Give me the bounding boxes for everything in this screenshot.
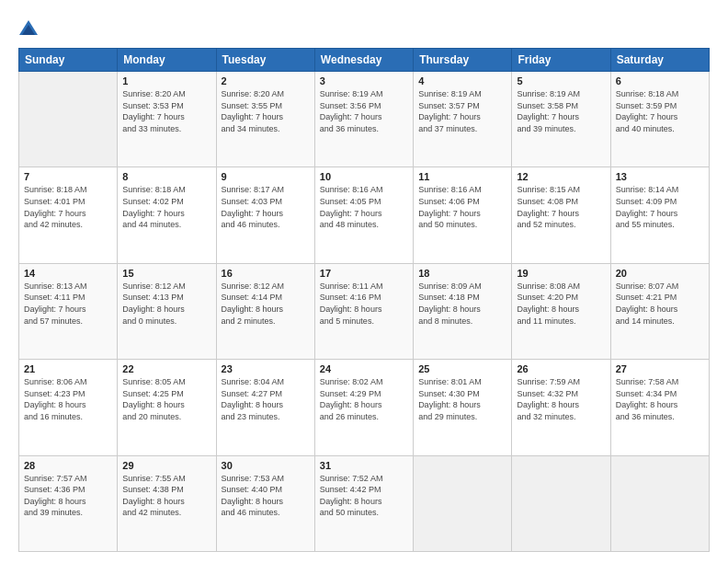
day-info: Sunrise: 8:19 AMSunset: 3:57 PMDaylight:…: [418, 88, 506, 134]
day-info: Sunrise: 8:06 AMSunset: 4:23 PMDaylight:…: [24, 376, 112, 422]
day-info: Sunrise: 8:14 AMSunset: 4:09 PMDaylight:…: [616, 184, 704, 230]
calendar-cell: 15Sunrise: 8:12 AMSunset: 4:13 PMDayligh…: [118, 263, 216, 359]
day-info: Sunrise: 8:18 AMSunset: 4:02 PMDaylight:…: [122, 184, 210, 230]
calendar-cell: [19, 72, 118, 167]
day-number: 25: [418, 363, 506, 374]
day-number: 28: [24, 460, 112, 471]
day-info: Sunrise: 7:53 AMSunset: 4:40 PMDaylight:…: [222, 473, 310, 519]
calendar-cell: 5Sunrise: 8:19 AMSunset: 3:58 PMDaylight…: [512, 72, 610, 167]
day-number: 13: [616, 171, 704, 182]
day-info: Sunrise: 8:12 AMSunset: 4:13 PMDaylight:…: [122, 281, 210, 327]
day-info: Sunrise: 8:02 AMSunset: 4:29 PMDaylight:…: [320, 376, 408, 422]
day-number: 23: [222, 363, 310, 374]
day-info: Sunrise: 8:16 AMSunset: 4:06 PMDaylight:…: [418, 184, 506, 230]
calendar-cell: 2Sunrise: 8:20 AMSunset: 3:55 PMDaylight…: [216, 72, 314, 167]
calendar-cell: 23Sunrise: 8:04 AMSunset: 4:27 PMDayligh…: [216, 360, 314, 455]
day-number: 3: [320, 75, 408, 86]
calendar-cell: 12Sunrise: 8:15 AMSunset: 4:08 PMDayligh…: [512, 167, 610, 263]
day-info: Sunrise: 7:58 AMSunset: 4:34 PMDaylight:…: [616, 376, 704, 422]
day-number: 5: [517, 75, 605, 86]
calendar-cell: 13Sunrise: 8:14 AMSunset: 4:09 PMDayligh…: [610, 167, 709, 263]
day-number: 2: [222, 75, 310, 86]
header-day-sunday: Sunday: [19, 49, 118, 72]
day-number: 30: [222, 460, 310, 471]
day-info: Sunrise: 8:18 AMSunset: 3:59 PMDaylight:…: [616, 88, 704, 134]
calendar-cell: 16Sunrise: 8:12 AMSunset: 4:14 PMDayligh…: [216, 263, 314, 359]
calendar-cell: 27Sunrise: 7:58 AMSunset: 4:34 PMDayligh…: [610, 360, 709, 455]
calendar-cell: 22Sunrise: 8:05 AMSunset: 4:25 PMDayligh…: [118, 360, 216, 455]
header-day-wednesday: Wednesday: [314, 49, 413, 72]
calendar-cell: 31Sunrise: 7:52 AMSunset: 4:42 PMDayligh…: [314, 455, 413, 551]
day-number: 31: [320, 460, 408, 471]
day-info: Sunrise: 8:12 AMSunset: 4:14 PMDaylight:…: [222, 281, 310, 327]
calendar-cell: 4Sunrise: 8:19 AMSunset: 3:57 PMDaylight…: [414, 72, 512, 167]
day-info: Sunrise: 7:55 AMSunset: 4:38 PMDaylight:…: [122, 473, 210, 519]
calendar-cell: [610, 455, 709, 551]
day-number: 1: [122, 75, 210, 86]
calendar-cell: 24Sunrise: 8:02 AMSunset: 4:29 PMDayligh…: [314, 360, 413, 455]
calendar-cell: [512, 455, 610, 551]
day-info: Sunrise: 8:13 AMSunset: 4:11 PMDaylight:…: [24, 281, 112, 327]
day-number: 27: [616, 363, 704, 374]
week-row-5: 28Sunrise: 7:57 AMSunset: 4:36 PMDayligh…: [19, 455, 710, 551]
calendar-cell: 6Sunrise: 8:18 AMSunset: 3:59 PMDaylight…: [610, 72, 709, 167]
calendar-table: SundayMondayTuesdayWednesdayThursdayFrid…: [18, 48, 710, 552]
page: SundayMondayTuesdayWednesdayThursdayFrid…: [0, 0, 728, 563]
calendar-cell: 9Sunrise: 8:17 AMSunset: 4:03 PMDaylight…: [216, 167, 314, 263]
header-day-tuesday: Tuesday: [216, 49, 314, 72]
calendar-cell: 30Sunrise: 7:53 AMSunset: 4:40 PMDayligh…: [216, 455, 314, 551]
day-number: 9: [222, 171, 310, 182]
day-number: 14: [24, 268, 112, 279]
week-row-4: 21Sunrise: 8:06 AMSunset: 4:23 PMDayligh…: [19, 360, 710, 455]
calendar-cell: 28Sunrise: 7:57 AMSunset: 4:36 PMDayligh…: [19, 455, 118, 551]
calendar-cell: [414, 455, 512, 551]
day-number: 18: [418, 268, 506, 279]
header-row: SundayMondayTuesdayWednesdayThursdayFrid…: [19, 49, 710, 72]
day-info: Sunrise: 7:57 AMSunset: 4:36 PMDaylight:…: [24, 473, 112, 519]
header-day-saturday: Saturday: [610, 49, 709, 72]
day-info: Sunrise: 8:20 AMSunset: 3:55 PMDaylight:…: [222, 88, 310, 134]
week-row-1: 1Sunrise: 8:20 AMSunset: 3:53 PMDaylight…: [19, 72, 710, 167]
day-info: Sunrise: 8:19 AMSunset: 3:56 PMDaylight:…: [320, 88, 408, 134]
day-number: 11: [418, 171, 506, 182]
day-info: Sunrise: 8:17 AMSunset: 4:03 PMDaylight:…: [222, 184, 310, 230]
header: [18, 17, 710, 39]
day-info: Sunrise: 8:20 AMSunset: 3:53 PMDaylight:…: [122, 88, 210, 134]
logo: [18, 17, 40, 39]
day-number: 8: [122, 171, 210, 182]
calendar-body: 1Sunrise: 8:20 AMSunset: 3:53 PMDaylight…: [19, 72, 710, 552]
day-number: 20: [616, 268, 704, 279]
day-number: 10: [320, 171, 408, 182]
day-number: 22: [122, 363, 210, 374]
calendar-cell: 11Sunrise: 8:16 AMSunset: 4:06 PMDayligh…: [414, 167, 512, 263]
day-number: 7: [24, 171, 112, 182]
day-number: 12: [517, 171, 605, 182]
calendar-cell: 21Sunrise: 8:06 AMSunset: 4:23 PMDayligh…: [19, 360, 118, 455]
day-info: Sunrise: 8:07 AMSunset: 4:21 PMDaylight:…: [616, 281, 704, 327]
day-info: Sunrise: 7:52 AMSunset: 4:42 PMDaylight:…: [320, 473, 408, 519]
calendar-cell: 14Sunrise: 8:13 AMSunset: 4:11 PMDayligh…: [19, 263, 118, 359]
day-info: Sunrise: 8:05 AMSunset: 4:25 PMDaylight:…: [122, 376, 210, 422]
week-row-3: 14Sunrise: 8:13 AMSunset: 4:11 PMDayligh…: [19, 263, 710, 359]
day-number: 19: [517, 268, 605, 279]
calendar-cell: 3Sunrise: 8:19 AMSunset: 3:56 PMDaylight…: [314, 72, 413, 167]
calendar-cell: 25Sunrise: 8:01 AMSunset: 4:30 PMDayligh…: [414, 360, 512, 455]
day-number: 17: [320, 268, 408, 279]
calendar-cell: 1Sunrise: 8:20 AMSunset: 3:53 PMDaylight…: [118, 72, 216, 167]
calendar-cell: 18Sunrise: 8:09 AMSunset: 4:18 PMDayligh…: [414, 263, 512, 359]
day-number: 15: [122, 268, 210, 279]
day-info: Sunrise: 8:16 AMSunset: 4:05 PMDaylight:…: [320, 184, 408, 230]
day-number: 16: [222, 268, 310, 279]
header-day-monday: Monday: [118, 49, 216, 72]
calendar-cell: 26Sunrise: 7:59 AMSunset: 4:32 PMDayligh…: [512, 360, 610, 455]
day-number: 6: [616, 75, 704, 86]
day-info: Sunrise: 8:04 AMSunset: 4:27 PMDaylight:…: [222, 376, 310, 422]
calendar-cell: 20Sunrise: 8:07 AMSunset: 4:21 PMDayligh…: [610, 263, 709, 359]
calendar-cell: 19Sunrise: 8:08 AMSunset: 4:20 PMDayligh…: [512, 263, 610, 359]
day-info: Sunrise: 8:01 AMSunset: 4:30 PMDaylight:…: [418, 376, 506, 422]
day-number: 4: [418, 75, 506, 86]
calendar-cell: 17Sunrise: 8:11 AMSunset: 4:16 PMDayligh…: [314, 263, 413, 359]
calendar-cell: 7Sunrise: 8:18 AMSunset: 4:01 PMDaylight…: [19, 167, 118, 263]
calendar-header: SundayMondayTuesdayWednesdayThursdayFrid…: [19, 49, 710, 72]
day-number: 26: [517, 363, 605, 374]
